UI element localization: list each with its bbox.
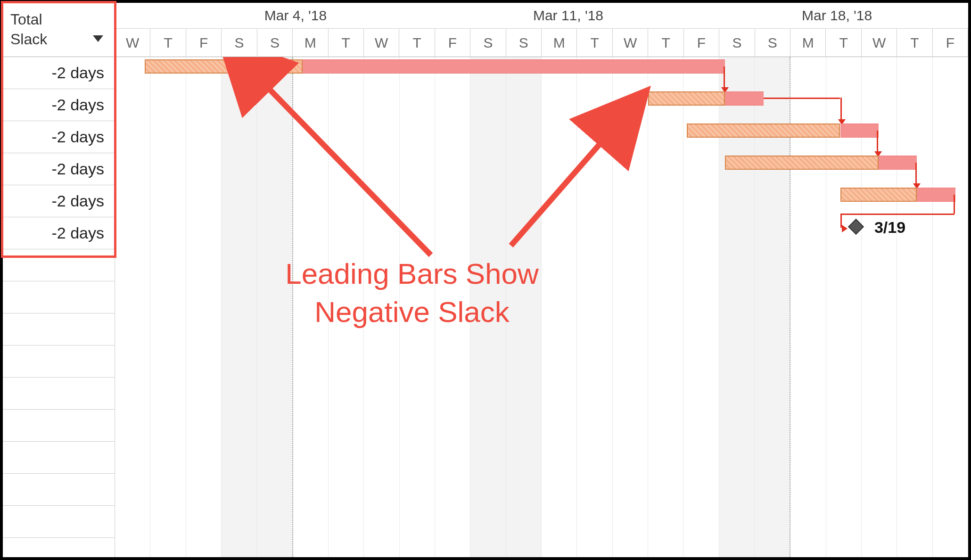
dependency-line (877, 131, 878, 154)
dependency-line (724, 66, 725, 90)
task-row[interactable] (115, 153, 968, 185)
empty-row[interactable] (3, 378, 115, 410)
week-label: Mar 11, '18 (533, 8, 603, 24)
day-header-cell: T (648, 29, 683, 57)
milestone-diamond-icon[interactable] (848, 219, 864, 235)
negative-slack-bar[interactable] (840, 188, 917, 202)
empty-row[interactable] (3, 474, 115, 506)
empty-row[interactable] (3, 281, 115, 313)
day-header-cell: W (613, 29, 648, 57)
day-header-cell: F (933, 29, 968, 57)
slack-row[interactable]: -2 days (3, 89, 115, 121)
dependency-line (954, 195, 955, 214)
day-header-cell: M (542, 29, 577, 57)
dependency-line (764, 98, 840, 99)
day-header-cell: T (826, 29, 861, 57)
empty-row[interactable] (3, 346, 115, 378)
day-header-cell: W (364, 29, 399, 57)
task-row[interactable] (115, 57, 968, 89)
day-header-cell: T (399, 29, 435, 57)
task-bar[interactable] (725, 91, 763, 106)
empty-row[interactable] (3, 313, 115, 346)
total-slack-column: Total Slack -2 days -2 days -2 days -2 d… (3, 3, 115, 557)
empty-row[interactable] (3, 442, 115, 474)
task-row[interactable]: 3/19 (115, 217, 968, 249)
task-bar[interactable] (303, 59, 725, 74)
task-row[interactable] (115, 185, 968, 217)
column-header-total-slack[interactable]: Total Slack (3, 3, 115, 57)
task-bar[interactable] (917, 188, 955, 202)
day-header-cell: F (684, 29, 719, 57)
task-row[interactable] (115, 121, 968, 153)
slack-row[interactable]: -2 days (3, 217, 115, 249)
day-header-cell: S (222, 29, 257, 57)
slack-row[interactable]: -2 days (3, 121, 115, 153)
dependency-line (915, 163, 917, 186)
dependency-line (840, 98, 842, 122)
empty-row[interactable] (3, 538, 115, 560)
task-row[interactable] (115, 89, 968, 121)
day-header-cell: W (862, 29, 897, 57)
dropdown-icon[interactable] (93, 27, 103, 47)
annotation-callout: Leading Bars Show Negative Slack (247, 255, 577, 331)
negative-slack-bar[interactable] (725, 156, 879, 170)
svg-marker-0 (93, 35, 103, 42)
week-label: Mar 4, '18 (264, 8, 327, 24)
day-header-cell: S (257, 29, 293, 57)
empty-row[interactable] (3, 506, 115, 538)
task-bar[interactable] (840, 124, 879, 138)
day-header-cell: T (150, 29, 186, 57)
week-label: Mar 18, '18 (802, 8, 872, 24)
milestone-date-label: 3/19 (874, 218, 905, 237)
slack-row[interactable]: -2 days (3, 185, 115, 217)
column-header-line1: Total (10, 10, 107, 30)
annotation-line1: Leading Bars Show (247, 255, 577, 293)
empty-row[interactable] (3, 410, 115, 442)
timescale: Mar 4, '18 Mar 11, '18 Mar 18, '18 WTFSS… (115, 3, 968, 57)
dependency-line (840, 214, 955, 215)
day-header-cell: W (115, 29, 150, 57)
negative-slack-bar[interactable] (145, 59, 303, 74)
day-labels-row: WTFSSMTWTFSSMTWTFSSMTWTF (115, 29, 968, 57)
day-header-cell: S (755, 29, 790, 57)
gantt-chart-area[interactable]: Mar 4, '18 Mar 11, '18 Mar 18, '18 WTFSS… (115, 3, 968, 557)
gantt-task-rows: 3/19 (115, 57, 968, 249)
negative-slack-bar[interactable] (687, 124, 840, 138)
day-header-cell: T (577, 29, 612, 57)
day-header-cell: T (897, 29, 932, 57)
day-header-cell: F (435, 29, 470, 57)
negative-slack-bar[interactable] (648, 91, 725, 106)
day-header-cell: F (186, 29, 222, 57)
slack-row[interactable]: -2 days (3, 153, 115, 185)
slack-value-rows: -2 days -2 days -2 days -2 days -2 days … (3, 57, 115, 560)
day-header-cell: M (790, 29, 826, 57)
day-header-cell: T (329, 29, 364, 57)
annotation-line2: Negative Slack (247, 293, 577, 331)
day-header-cell: S (470, 29, 506, 57)
dependency-arrow-icon (842, 225, 848, 232)
day-header-cell: M (293, 29, 328, 57)
gantt-body[interactable]: 3/19 Leading Bars Show Negative Slack (115, 57, 968, 557)
slack-row[interactable]: -2 days (3, 57, 115, 89)
empty-row[interactable] (3, 249, 115, 281)
day-header-cell: S (719, 29, 755, 57)
task-bar[interactable] (879, 156, 917, 170)
day-header-cell: S (506, 29, 542, 57)
week-labels: Mar 4, '18 Mar 11, '18 Mar 18, '18 (115, 3, 968, 29)
